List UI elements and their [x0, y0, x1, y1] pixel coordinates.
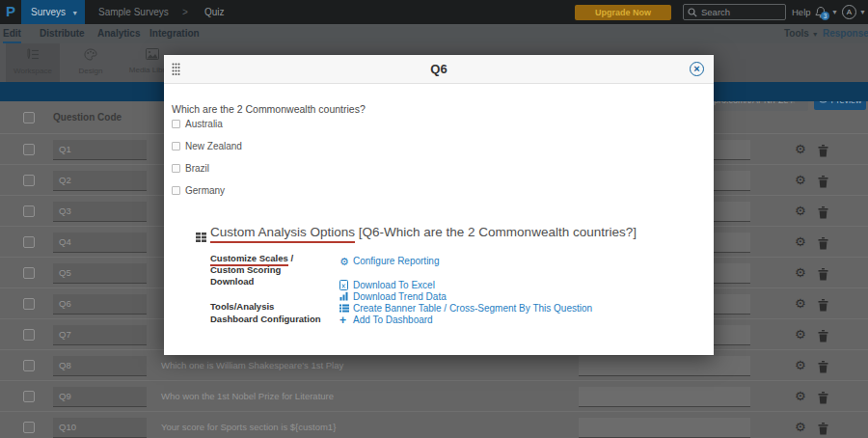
row-settings-gear-icon[interactable]: ⚙: [795, 258, 806, 288]
option-checkbox[interactable]: [172, 120, 180, 128]
option-checkbox[interactable]: [172, 164, 180, 173]
download-group-label: Download: [210, 276, 254, 287]
tools-menu[interactable]: Tools ▼: [784, 24, 819, 44]
question-analysis-modal: Q6 × Which are the 2 Commonwealth countr…: [164, 55, 714, 355]
drag-handle-icon[interactable]: [172, 63, 180, 80]
survey-nav: Edit Distribute Analytics Integration To…: [0, 24, 868, 43]
analysis-section-title: Custom Analysis Options [Q6-Which are th…: [210, 225, 637, 239]
toolbar-workspace-label: Workspace: [6, 67, 60, 75]
question-code-input[interactable]: Q10: [53, 418, 147, 438]
row-settings-gear-icon[interactable]: ⚙: [795, 350, 806, 381]
link-label: Create Banner Table / Cross-Segment By T…: [353, 303, 592, 314]
row-settings-gear-icon[interactable]: ⚙: [795, 288, 806, 319]
question-code-input[interactable]: Q6: [53, 294, 147, 315]
table-row: Q9 Who won the 1st Nobel Prize for Liter…: [0, 381, 868, 412]
design-palette-icon: [84, 48, 97, 61]
question-value-input[interactable]: [579, 356, 750, 376]
media-library-icon: [146, 48, 159, 60]
row-checkbox[interactable]: [23, 360, 35, 371]
row-delete-trash-icon[interactable]: [818, 391, 828, 408]
row-delete-trash-icon[interactable]: [818, 175, 828, 192]
row-delete-trash-icon[interactable]: [818, 205, 828, 223]
question-code-input[interactable]: Q8: [53, 356, 147, 376]
chevron-down-icon[interactable]: ▼: [859, 0, 866, 24]
analysis-group-label: Dashboard Configuration: [210, 314, 326, 325]
toolbar-workspace-button[interactable]: Workspace: [6, 43, 60, 82]
download-trend-data-link[interactable]: Download Trend Data: [339, 291, 447, 303]
toolbar-design-button[interactable]: Design: [66, 43, 116, 82]
row-checkbox[interactable]: [23, 236, 35, 248]
app-screen: P Surveys▼ Sample Surveys > Quiz Upgrade…: [0, 0, 868, 438]
help-link[interactable]: Help: [792, 0, 811, 24]
row-delete-trash-icon[interactable]: [818, 422, 828, 438]
row-checkbox[interactable]: [23, 205, 35, 217]
search-input[interactable]: Search: [683, 4, 786, 20]
row-delete-trash-icon[interactable]: [818, 144, 828, 161]
option-checkbox[interactable]: [172, 186, 180, 195]
question-code-input[interactable]: Q1: [53, 140, 147, 160]
link-label: Download Trend Data: [353, 291, 447, 302]
row-checkbox[interactable]: [23, 144, 35, 155]
option-checkbox[interactable]: [172, 142, 180, 151]
tab-integration[interactable]: Integration: [149, 24, 200, 43]
row-checkbox[interactable]: [23, 298, 35, 310]
gears-icon: ⚙: [339, 257, 353, 266]
question-code-input[interactable]: Q5: [53, 263, 147, 284]
row-settings-gear-icon[interactable]: ⚙: [795, 134, 806, 165]
row-delete-trash-icon[interactable]: [818, 329, 828, 346]
breadcrumb-current: Quiz: [204, 0, 225, 24]
trend-chart-icon: [339, 291, 353, 303]
link-label: Configure Reporting: [353, 256, 440, 266]
analysis-title-underlined: Custom Analysis Options: [210, 225, 355, 243]
surveys-label: Surveys: [31, 7, 66, 17]
plus-icon: +: [339, 315, 353, 325]
row-delete-trash-icon[interactable]: [818, 267, 828, 285]
question-code-input[interactable]: Q9: [53, 387, 147, 407]
row-settings-gear-icon[interactable]: ⚙: [795, 196, 806, 227]
question-code-input[interactable]: Q7: [53, 325, 147, 345]
row-settings-gear-icon[interactable]: ⚙: [795, 412, 806, 438]
modal-title: Q6: [430, 62, 447, 76]
configure-reporting-link[interactable]: ⚙Configure Reporting: [339, 256, 440, 266]
row-delete-trash-icon[interactable]: [818, 360, 828, 377]
row-checkbox[interactable]: [23, 175, 35, 186]
tab-analytics[interactable]: Analytics: [97, 24, 140, 43]
add-to-dashboard-link[interactable]: +Add To Dashboard: [339, 315, 433, 325]
row-settings-gear-icon[interactable]: ⚙: [795, 165, 806, 196]
question-code-header: Question Code: [53, 101, 122, 134]
workspace-icon: [26, 48, 40, 61]
upgrade-now-button[interactable]: Upgrade Now: [575, 5, 671, 20]
avatar[interactable]: A: [842, 5, 856, 19]
chevron-down-icon[interactable]: ▼: [831, 0, 838, 24]
question-value-input[interactable]: [579, 387, 750, 407]
row-delete-trash-icon[interactable]: [818, 236, 828, 254]
breadcrumb-parent[interactable]: Sample Surveys: [98, 0, 169, 24]
create-banner-table-link[interactable]: Create Banner Table / Cross-Segment By T…: [339, 303, 592, 315]
question-code-input[interactable]: Q2: [53, 171, 147, 191]
option-label: Brazil: [185, 163, 209, 174]
analysis-group-label: Download: [210, 276, 326, 287]
question-code-input[interactable]: Q3: [53, 202, 147, 222]
question-text: Who won the 1st Nobel Prize for Literatu…: [161, 381, 334, 412]
row-checkbox[interactable]: [23, 391, 35, 402]
close-icon[interactable]: ×: [690, 62, 704, 76]
option-label: Germany: [185, 185, 225, 196]
row-delete-trash-icon[interactable]: [818, 298, 828, 315]
question-value-input[interactable]: [579, 418, 750, 438]
table-row: Q10 Your score for Sports section is ${c…: [0, 412, 868, 438]
row-checkbox[interactable]: [23, 329, 35, 341]
tools-label: Tools: [784, 28, 809, 39]
row-settings-gear-icon[interactable]: ⚙: [795, 381, 806, 412]
analysis-group-label: Tools/Analysis: [210, 301, 326, 313]
row-settings-gear-icon[interactable]: ⚙: [795, 227, 806, 258]
breadcrumb-separator: >: [182, 0, 188, 24]
select-all-checkbox[interactable]: [23, 112, 35, 123]
tab-distribute[interactable]: Distribute: [40, 24, 85, 43]
row-checkbox[interactable]: [23, 422, 35, 433]
question-code-input[interactable]: Q4: [53, 233, 147, 253]
surveys-menu[interactable]: Surveys▼: [21, 0, 85, 24]
row-checkbox[interactable]: [23, 267, 35, 279]
row-settings-gear-icon[interactable]: ⚙: [795, 319, 806, 350]
analysis-grid-icon: [196, 229, 206, 246]
tab-edit[interactable]: Edit: [3, 24, 21, 43]
